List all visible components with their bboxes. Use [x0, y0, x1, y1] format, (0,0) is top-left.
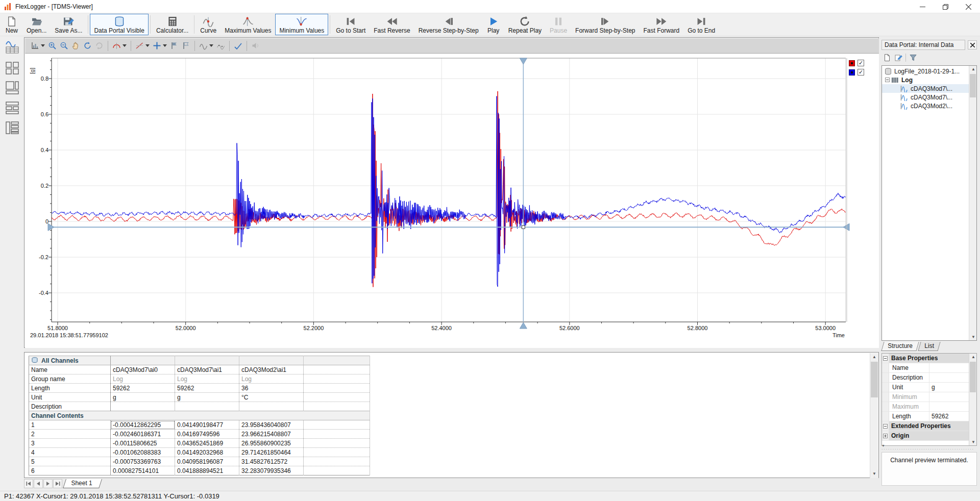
chevron-down-icon[interactable]	[122, 44, 127, 47]
table-cell[interactable]: °C	[239, 393, 304, 402]
table-cell[interactable]	[111, 402, 175, 411]
prev-sheet-button[interactable]	[34, 479, 43, 488]
properties-scrollbar[interactable]: ▲ ▼	[969, 354, 976, 445]
scroll-up-icon[interactable]: ▲	[971, 67, 975, 71]
table-cell[interactable]	[304, 374, 370, 384]
table-cell[interactable]: Log	[111, 374, 175, 384]
table-cell[interactable]	[304, 420, 370, 430]
pan-button[interactable]	[70, 40, 82, 52]
table-cell[interactable]	[304, 448, 370, 457]
view-waveform-table-button[interactable]	[4, 40, 20, 56]
last-sheet-button[interactable]	[53, 479, 62, 488]
tab-list[interactable]: List	[918, 342, 940, 351]
tree-item[interactable]: LogFile_2018-01-29-1...	[882, 67, 976, 76]
clear-flag-button[interactable]	[180, 40, 192, 52]
table-cell[interactable]	[304, 384, 370, 393]
property-group-header[interactable]: Base Properties	[882, 354, 970, 363]
toolbar-button-minimum-values[interactable]: Minimum Values	[275, 14, 328, 35]
zoom-reset-button[interactable]	[82, 40, 93, 52]
chevron-down-icon[interactable]	[41, 44, 45, 47]
table-cell[interactable]: 59262	[175, 384, 239, 393]
slope-cursor-button[interactable]	[134, 40, 151, 52]
close-button[interactable]	[957, 0, 980, 13]
group-expander-icon[interactable]	[883, 434, 888, 438]
table-cell[interactable]: Log	[239, 374, 304, 384]
toolbar-button-maximum-values[interactable]: Maximum Values	[220, 14, 275, 35]
toolbar-button-go-to-end[interactable]: Go to End	[683, 14, 719, 35]
tree-item[interactable]: cDAQ3Mod7\...	[882, 93, 976, 102]
toolbar-button-reverse-step-by-step[interactable]: Reverse Step-by-Step	[414, 14, 483, 35]
table-cell[interactable]: cDAQ3Mod7\ai1	[175, 365, 239, 374]
curve-cursor-button[interactable]	[111, 40, 128, 52]
table-cell[interactable]	[239, 402, 304, 411]
group-expander-icon[interactable]	[883, 424, 888, 429]
sheet-tab[interactable]: Sheet 1	[63, 479, 102, 488]
table-cell[interactable]	[175, 402, 239, 411]
zoom-in-button[interactable]	[46, 40, 58, 52]
portal-edit-button[interactable]	[893, 53, 904, 63]
table-cell[interactable]: 31.45827612572	[239, 457, 304, 466]
plot-background[interactable]	[52, 58, 846, 322]
data-portal-close-button[interactable]	[968, 40, 977, 49]
view-grid-2x2-button[interactable]	[4, 60, 20, 76]
properties-scrollbar-thumb[interactable]	[970, 362, 976, 392]
toolbar-button-open[interactable]: Open...	[22, 14, 51, 35]
tab-structure[interactable]: Structure	[881, 342, 919, 351]
table-cell[interactable]: cDAQ3Mod2\ai1	[239, 365, 304, 374]
table-cell[interactable]: -0.000412862295	[111, 420, 175, 430]
table-cell[interactable]: cDAQ3Mod7\ai0	[111, 365, 175, 374]
view-rows-button[interactable]	[4, 99, 20, 116]
tree-item[interactable]: cDAQ3Mod7\...	[882, 84, 976, 93]
table-cell[interactable]: 0.041888894521	[175, 466, 239, 475]
table-cell[interactable]: 0.040958196087	[175, 457, 239, 466]
toolbar-button-calculator[interactable]: Calculator...	[152, 14, 192, 35]
table-cell[interactable]: 59262	[111, 384, 175, 393]
table-cell[interactable]: 29.714261850464	[239, 448, 304, 457]
table-cell[interactable]: 23.958436040807	[239, 420, 304, 430]
table-cell[interactable]: 0.043652451869	[175, 439, 239, 448]
scroll-up-icon[interactable]: ▲	[870, 353, 878, 361]
next-sheet-button[interactable]	[43, 479, 53, 488]
view-split-right-button[interactable]	[4, 80, 20, 96]
table-cell[interactable]	[304, 466, 370, 475]
table-scrollbar[interactable]: ▲ ▼	[870, 353, 878, 478]
chevron-down-icon[interactable]	[163, 44, 167, 47]
table-cell[interactable]: 32.283079935346	[239, 466, 304, 475]
zoom-out-button[interactable]	[58, 40, 70, 52]
portal-filter-button[interactable]	[908, 53, 919, 63]
toolbar-button-save-as[interactable]: Save As...	[51, 14, 86, 35]
toolbar-button-data-portal-visible[interactable]: Data Portal Visible	[90, 14, 149, 35]
data-portal-titlebar[interactable]: Data Portal: Internal Data	[881, 40, 965, 50]
table-cell[interactable]: 0.000827514101	[111, 466, 175, 475]
tree-expander-icon[interactable]	[885, 78, 890, 82]
toolbar-button-pause[interactable]: Pause	[546, 14, 571, 35]
view-list-left-button[interactable]	[4, 119, 20, 136]
toolbar-button-new[interactable]: New	[1, 14, 22, 35]
scroll-up-icon[interactable]: ▲	[971, 355, 975, 359]
table-cell[interactable]: 0.041492032968	[175, 448, 239, 457]
legend-visibility-checkbox[interactable]: ✓	[857, 60, 864, 66]
minimize-button[interactable]	[911, 0, 934, 13]
tree-item[interactable]: cDAQ3Mod2\...	[882, 102, 976, 110]
table-cell[interactable]: -0.00115806625	[111, 439, 175, 448]
tree-scrollbar[interactable]: ▲ ▼	[969, 66, 976, 340]
table-cell[interactable]: 23.966215408807	[239, 430, 304, 439]
first-sheet-button[interactable]	[24, 479, 33, 488]
table-cell[interactable]: Log	[175, 374, 239, 384]
table-cell[interactable]: 0.04169749596	[175, 430, 239, 439]
panel-splitter[interactable]: ▼ ······································…	[881, 447, 977, 452]
toolbar-button-repeat-play[interactable]: Repeat Play	[504, 14, 546, 35]
portal-new-button[interactable]	[881, 53, 893, 63]
set-flag-button[interactable]	[168, 40, 180, 52]
table-cell[interactable]	[304, 393, 370, 402]
audio-replay-button[interactable]	[250, 40, 261, 52]
statistics-button[interactable]	[198, 40, 215, 52]
group-expander-icon[interactable]	[883, 356, 888, 361]
table-cell[interactable]: 0.041490198477	[175, 420, 239, 430]
plot-area[interactable]: 0.80.60.40.20-0.2-0.451.800052.000052.20…	[25, 54, 879, 348]
snap-to-points-button[interactable]	[232, 40, 244, 52]
toolbar-button-curve[interactable]: Curve	[196, 14, 220, 35]
table-cell[interactable]: 26.955860900235	[239, 439, 304, 448]
smoothing-button[interactable]	[215, 40, 227, 52]
toolbar-button-fast-reverse[interactable]: Fast Reverse	[370, 14, 414, 35]
